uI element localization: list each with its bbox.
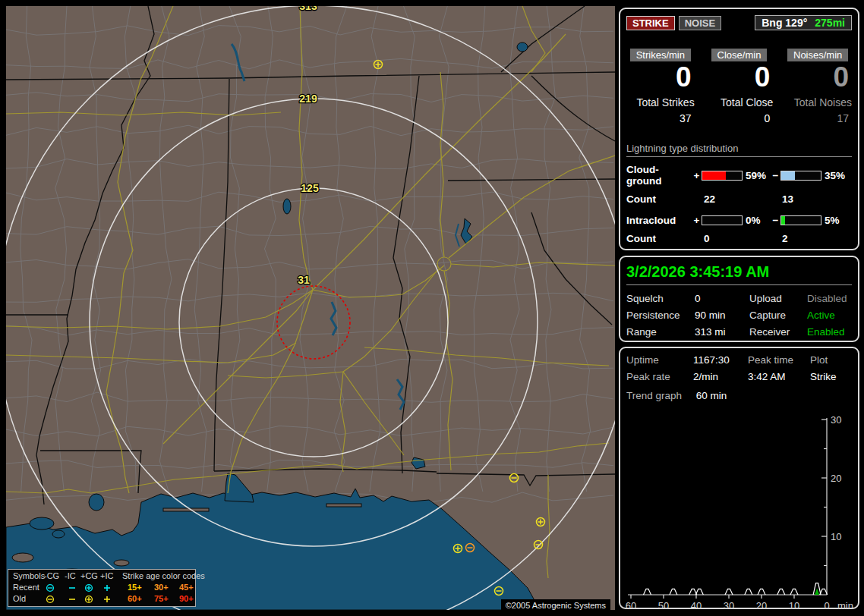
strike-toggle-button[interactable]: STRIKE xyxy=(626,16,675,30)
cloud-ground-label: Cloud-ground xyxy=(626,164,692,187)
statistics-panel: Uptime 1167:30 Peak time Plot Peak rate … xyxy=(619,347,859,609)
minus-sign: − xyxy=(771,170,780,181)
lake xyxy=(517,42,528,52)
circle-minus-icon xyxy=(46,594,55,604)
legend-col-+cg: +CG xyxy=(80,571,98,580)
distribution-title: Lightning type distribution xyxy=(626,143,852,157)
cg-positive-bar xyxy=(702,171,743,181)
peak-time-label: Peak time xyxy=(748,354,810,366)
copyright-notice: ©2005 Astrogenic Systems xyxy=(501,599,610,611)
receiver-status: Enabled xyxy=(807,326,852,338)
peak-rate-label: Peak rate xyxy=(626,371,693,382)
y-tick-20: 20 xyxy=(831,473,841,484)
x-tick-10: 10 xyxy=(789,600,799,611)
trend-peaks xyxy=(644,583,828,595)
trend-graph-label: Trend graph xyxy=(626,390,693,401)
cg-negative-count: 13 xyxy=(782,193,793,205)
y-tick-10: 10 xyxy=(831,531,841,542)
cg-negative-bar xyxy=(780,171,821,181)
lake xyxy=(283,199,291,214)
close-per-min-value: 0 xyxy=(705,61,774,93)
upload-status: Disabled xyxy=(807,293,852,304)
close-per-min-label: Close/min xyxy=(711,49,768,61)
ic-negative-count: 2 xyxy=(782,233,788,244)
strikes-counter-column: Strikes/min 0 Total Strikes 37 xyxy=(626,49,695,124)
range-value: 313 mi xyxy=(695,326,749,338)
x-tick-60: 60 xyxy=(626,600,636,611)
ic-positive-bar xyxy=(702,215,743,225)
cg-negative-pct: 35% xyxy=(825,170,850,181)
trend-graph: 10 20 30 60 50 40 30 20 10 0 min xyxy=(625,410,854,614)
total-strikes-value: 37 xyxy=(626,112,695,124)
cg-positive-count: 22 xyxy=(704,193,782,205)
persistence-value: 90 min xyxy=(695,310,749,321)
minus-icon xyxy=(68,594,77,604)
uptime-value: 1167:30 xyxy=(693,354,748,366)
age-code-30: 30+ xyxy=(154,583,169,592)
circle-plus-icon xyxy=(84,583,93,592)
plot-value: Strike xyxy=(810,371,852,382)
plus-sign: + xyxy=(692,215,702,226)
cg-positive-pct: 59% xyxy=(746,170,771,181)
x-axis-unit: min xyxy=(837,600,853,611)
peak-time-value: 3:42 AM xyxy=(748,371,810,382)
total-close-value: 0 xyxy=(705,112,774,124)
x-tick-30: 30 xyxy=(724,600,734,611)
age-code-60: 60+ xyxy=(128,594,142,603)
squelch-value: 0 xyxy=(695,293,749,304)
noises-per-min-value: 0 xyxy=(784,61,852,93)
svg-text:219: 219 xyxy=(299,93,317,105)
squelch-label: Squelch xyxy=(626,293,695,304)
strikes-per-min-value: 0 xyxy=(626,61,695,93)
total-noises-value: 17 xyxy=(784,112,852,124)
legend-col-+ic: +IC xyxy=(100,571,113,580)
ic-negative-bar xyxy=(780,215,821,225)
strikes-per-min-label: Strikes/min xyxy=(630,49,691,61)
minus-icon xyxy=(68,583,77,592)
x-tick-40: 40 xyxy=(691,600,702,611)
ic-count-label: Count xyxy=(626,233,704,244)
bearing-readout: Bng 129°275mi xyxy=(755,15,852,30)
legend-age-header: Strike age color codes xyxy=(122,571,205,580)
svg-text:31: 31 xyxy=(298,274,310,286)
x-tick-0: 0 xyxy=(824,600,829,611)
peak-rate-value: 2/min xyxy=(693,371,748,382)
legend-symbols-header: Symbols xyxy=(13,571,45,580)
persistence-label: Persistence xyxy=(626,310,695,321)
plus-sign: + xyxy=(692,170,702,181)
noises-counter-column: Noises/min 0 Total Noises 17 xyxy=(784,49,852,124)
legend-recent-label: Recent xyxy=(13,583,39,592)
capture-status: Active xyxy=(807,310,852,321)
plot-label: Plot xyxy=(810,354,852,366)
circle-plus-icon xyxy=(84,594,93,604)
ic-positive-pct: 0% xyxy=(746,215,771,226)
svg-text:313: 313 xyxy=(299,6,317,12)
age-code-15: 15+ xyxy=(128,583,142,592)
status-panel: 3/2/2026 3:45:19 AM Squelch 0 Upload Dis… xyxy=(619,256,859,342)
radar-map[interactable]: 313 219 125 31 ©2005 Astrogenic Systems … xyxy=(6,6,615,610)
ic-negative-pct: 5% xyxy=(825,215,850,226)
range-label: Range xyxy=(626,326,695,338)
y-tick-30: 30 xyxy=(831,414,841,426)
minus-sign: − xyxy=(771,215,780,226)
age-code-90: 90+ xyxy=(179,594,194,603)
map-canvas: 313 219 125 31 xyxy=(6,6,615,610)
uptime-label: Uptime xyxy=(626,354,693,366)
age-code-45: 45+ xyxy=(179,583,194,592)
legend-col--ic: -IC xyxy=(65,571,76,580)
noises-per-min-label: Noises/min xyxy=(787,49,848,61)
receiver-label: Receiver xyxy=(749,326,807,338)
lake xyxy=(89,494,104,511)
bearing-value: Bng 129° xyxy=(762,17,807,29)
lake xyxy=(30,517,54,530)
noise-toggle-button[interactable]: NOISE xyxy=(679,16,721,30)
ic-positive-count: 0 xyxy=(704,233,782,244)
total-strikes-label: Total Strikes xyxy=(626,96,695,108)
total-close-label: Total Close xyxy=(705,96,774,108)
stormtracker-app: { "app": { "copyright": "©2005 Astrogeni… xyxy=(0,0,864,616)
plus-icon xyxy=(102,594,112,604)
lake xyxy=(52,530,65,538)
symbol-legend: Symbols -CG -IC +CG +IC Strike age color… xyxy=(8,569,196,607)
distance-value: 275mi xyxy=(815,17,845,29)
x-tick-20: 20 xyxy=(756,600,767,611)
